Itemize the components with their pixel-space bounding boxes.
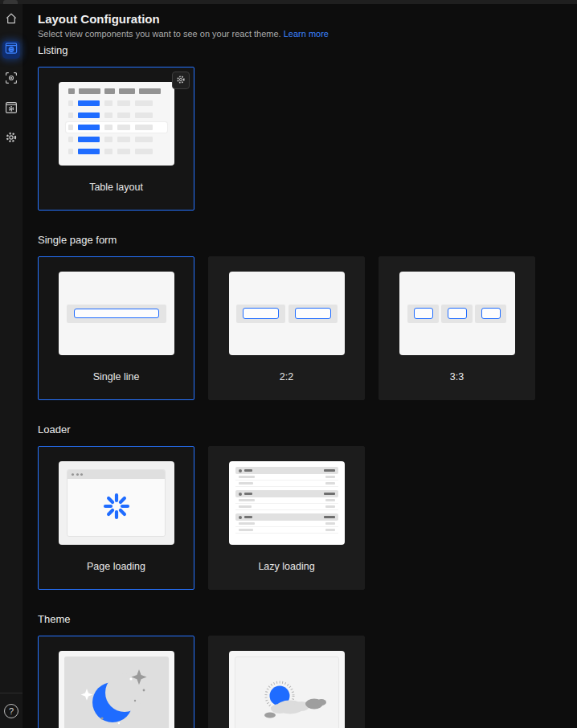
subtitle-text: Select view components you want to see o… <box>38 29 281 39</box>
help-icon: ? <box>9 706 14 716</box>
light-theme-illustration <box>229 651 345 728</box>
card-3-3[interactable]: 3:3 <box>379 256 535 400</box>
card-single-line[interactable]: Single line <box>38 256 194 400</box>
section-label-form: Single page form <box>38 235 552 246</box>
card-label: 2:2 <box>280 371 293 382</box>
top-strip <box>0 0 577 4</box>
card-2-2[interactable]: 2:2 <box>208 256 365 400</box>
card-table-layout[interactable]: Table layout <box>38 67 194 211</box>
form-card-row: Single line 2:2 3:3 <box>38 256 552 400</box>
card-settings-button[interactable] <box>172 72 190 89</box>
window-settings-icon <box>5 101 18 117</box>
sidebar-bottom: ? <box>0 693 23 728</box>
card-theme-dark[interactable] <box>38 636 194 728</box>
top-tab <box>3 0 18 4</box>
card-label: Table layout <box>89 182 143 193</box>
sidebar: ? <box>0 4 23 728</box>
card-label: Single line <box>93 371 140 382</box>
sidebar-item-scan[interactable] <box>2 71 20 88</box>
card-label: Lazy loading <box>258 561 314 572</box>
section-label-listing: Listing <box>38 45 552 56</box>
learn-more-link[interactable]: Learn more <box>284 29 329 39</box>
settings-gear-icon <box>5 131 18 147</box>
card-label: 3:3 <box>450 371 464 382</box>
table-layout-illustration <box>59 82 174 166</box>
theme-card-row <box>38 636 552 728</box>
help-button[interactable]: ? <box>4 704 18 718</box>
single-line-illustration <box>59 272 174 355</box>
main-content: Layout Configuration Select view compone… <box>38 0 552 728</box>
home-icon <box>5 12 18 28</box>
layout-config-icon <box>5 42 18 58</box>
page-subtitle: Select view components you want to see o… <box>38 29 552 39</box>
sidebar-divider <box>0 693 23 693</box>
sidebar-item-settings[interactable] <box>2 130 20 148</box>
listing-card-row: Table layout <box>38 67 552 211</box>
two-column-illustration <box>229 272 345 355</box>
section-label-theme: Theme <box>38 614 552 625</box>
gear-icon <box>176 73 186 88</box>
card-theme-light[interactable] <box>208 636 365 728</box>
moon-stars-icon <box>64 723 169 728</box>
sidebar-item-home[interactable] <box>2 11 20 29</box>
sidebar-item-window-settings[interactable] <box>2 100 20 118</box>
scan-object-icon <box>5 72 18 88</box>
card-label: Page loading <box>87 561 145 572</box>
page-loading-illustration <box>59 461 174 545</box>
lazy-loading-illustration <box>229 461 345 545</box>
sidebar-item-layout-config[interactable] <box>2 41 20 59</box>
sun-clouds-icon <box>235 722 338 728</box>
three-column-illustration <box>399 272 515 355</box>
dark-theme-illustration <box>59 651 174 728</box>
loader-card-row: Page loading Lazy <box>38 446 552 590</box>
card-lazy-loading[interactable]: Lazy loading <box>208 446 365 590</box>
spinner-icon <box>99 489 134 527</box>
page-title: Layout Configuration <box>38 12 552 26</box>
card-page-loading[interactable]: Page loading <box>38 446 194 590</box>
section-label-loader: Loader <box>38 424 552 436</box>
